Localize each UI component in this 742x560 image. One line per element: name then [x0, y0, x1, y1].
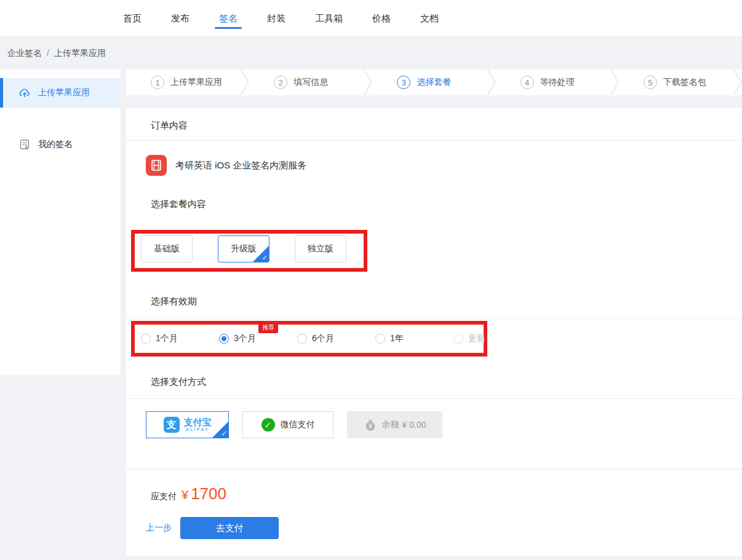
step-3-choose-package: 3 选择套餐 [372, 69, 487, 95]
top-header: 首页 发布 签名 封装 工具箱 价格 文档 [0, 0, 742, 37]
validity-options: 1个月 3个月 6个月 1年 更新 [141, 325, 532, 353]
radio-label: 3个月 [234, 333, 256, 344]
step-5-download: 5 下载签名包 [619, 69, 733, 95]
radio-renew-disabled: 更新 [453, 333, 532, 344]
app-icon [146, 155, 167, 176]
step-number: 5 [644, 76, 657, 89]
wechat-pay-icon: ✓ [261, 418, 275, 432]
check-icon: ✓ [262, 254, 268, 261]
package-option-basic[interactable]: 基础版 [141, 235, 193, 262]
app-name: 考研英语 iOS 企业签名内测服务 [175, 160, 306, 172]
wechat-pay-label: 微信支付 [281, 419, 315, 430]
sidebar: 上传苹果应用 我的签名 [0, 69, 121, 375]
currency-symbol: ¥ [182, 488, 188, 502]
annotation-box-validity: 推荐 1个月 3个月 6个月 1年 [131, 321, 487, 357]
svg-text:¥: ¥ [368, 423, 372, 430]
alipay-wordmark: 支付宝 ALIPAY [184, 417, 212, 432]
radio-1-month[interactable]: 1个月 [141, 333, 219, 344]
page: 首页 发布 签名 封装 工具箱 价格 文档 企业签名/上传苹果应用 上传苹果应用 [0, 0, 742, 560]
radio-icon-selected [219, 334, 229, 344]
checkout-panel: 应支付 ¥ 1700 上一步 去支付 [126, 470, 742, 556]
payment-section-title: 选择支付方式 [151, 376, 206, 388]
check-icon: ✓ [221, 430, 227, 437]
radio-3-months[interactable]: 3个月 [219, 333, 297, 344]
money-bag-icon: ¥ [364, 418, 377, 432]
cloud-upload-icon [18, 87, 31, 99]
active-tab-underline [215, 27, 242, 29]
step-label: 填写信息 [293, 77, 328, 88]
signature-doc-icon [18, 138, 31, 151]
nav-tab-publish[interactable]: 发布 [171, 0, 189, 37]
radio-label: 更新 [468, 333, 485, 344]
radio-label: 1个月 [156, 333, 178, 344]
radio-icon-disabled [453, 334, 463, 344]
step-number: 1 [151, 76, 164, 89]
payment-options: 支 支付宝 ALIPAY ✓ ✓ 微信支付 ¥ 余额 ¥ 0.00 [146, 411, 442, 438]
film-icon [150, 159, 163, 172]
step-2-info: 2 填写信息 [249, 69, 364, 95]
nav-tab-package[interactable]: 封装 [267, 0, 285, 37]
radio-icon [297, 334, 307, 344]
divider [126, 140, 742, 141]
package-options: 基础版 升级版 ✓ 独立版 [141, 235, 346, 262]
radio-icon [375, 334, 385, 344]
step-chevron-icon [610, 69, 619, 95]
breadcrumb-current: 上传苹果应用 [54, 48, 106, 58]
alipay-sub: ALIPAY [186, 427, 210, 432]
radio-1-year[interactable]: 1年 [375, 333, 453, 344]
step-number: 2 [274, 76, 287, 89]
steps-bar: 1 上传苹果应用 2 填写信息 3 选择套餐 4 等待处理 5 下载签名包 [126, 69, 742, 95]
radio-label: 6个月 [312, 333, 334, 344]
balance-amount: ¥ 0.00 [402, 420, 426, 430]
sidebar-item-label: 我的签名 [38, 139, 73, 150]
sidebar-item-upload-app[interactable]: 上传苹果应用 [0, 78, 121, 108]
balance-label: 余额 [382, 419, 399, 430]
step-label: 下载签名包 [663, 77, 706, 88]
annotation-box-package: 基础版 升级版 ✓ 独立版 [131, 230, 367, 272]
nav-tab-home[interactable]: 首页 [123, 0, 142, 37]
main-nav: 首页 发布 签名 封装 工具箱 价格 文档 [123, 0, 439, 37]
radio-6-months[interactable]: 6个月 [297, 333, 375, 344]
alipay-name: 支付宝 [184, 417, 212, 427]
go-pay-button[interactable]: 去支付 [180, 517, 279, 539]
step-chevron-icon [733, 69, 742, 95]
breadcrumb-parent[interactable]: 企业签名 [7, 48, 42, 58]
step-chevron-icon [487, 69, 496, 95]
step-chevron-icon [241, 69, 249, 95]
order-app-row: 考研英语 iOS 企业签名内测服务 [146, 155, 306, 176]
divider [126, 398, 742, 399]
breadcrumb: 企业签名/上传苹果应用 [7, 48, 106, 59]
step-label: 等待处理 [540, 77, 575, 88]
package-option-standalone[interactable]: 独立版 [295, 235, 346, 262]
step-number: 3 [397, 76, 410, 89]
radio-label: 1年 [390, 333, 404, 344]
step-label: 选择套餐 [417, 77, 451, 88]
payment-option-wechat[interactable]: ✓ 微信支付 [242, 411, 333, 438]
package-section-title: 选择套餐内容 [151, 199, 206, 210]
sidebar-item-my-signatures[interactable]: 我的签名 [0, 130, 121, 159]
sidebar-item-label: 上传苹果应用 [38, 87, 90, 98]
payment-option-alipay[interactable]: 支 支付宝 ALIPAY ✓ [146, 411, 229, 438]
package-option-upgrade[interactable]: 升级版 ✓ [218, 235, 269, 262]
step-1-upload: 1 上传苹果应用 [126, 69, 241, 95]
step-label: 上传苹果应用 [170, 77, 222, 88]
nav-tab-toolbox[interactable]: 工具箱 [315, 0, 343, 37]
divider [126, 318, 742, 319]
step-number: 4 [521, 76, 534, 89]
validity-section-title: 选择有效期 [151, 296, 197, 307]
step-4-waiting: 4 等待处理 [496, 69, 610, 95]
back-link[interactable]: 上一步 [146, 523, 172, 534]
breadcrumb-separator: / [47, 48, 49, 58]
alipay-logo-icon: 支 [164, 417, 180, 433]
step-chevron-icon [364, 69, 372, 95]
nav-tab-docs[interactable]: 文档 [420, 0, 439, 37]
amount-due-label: 应支付 [151, 491, 177, 502]
radio-icon [141, 334, 151, 344]
nav-tab-signature[interactable]: 签名 [219, 0, 237, 37]
nav-tab-pricing[interactable]: 价格 [372, 0, 391, 37]
payment-option-balance-disabled: ¥ 余额 ¥ 0.00 [347, 411, 442, 438]
amount-due-line: 应支付 ¥ 1700 [151, 484, 226, 503]
checkout-actions: 上一步 去支付 [146, 517, 279, 539]
order-content-title: 订单内容 [151, 120, 188, 132]
order-panel: 订单内容 考研英语 iOS 企业签名内测服务 选择套餐内容 基础版 升级版 ✓ [126, 108, 742, 468]
